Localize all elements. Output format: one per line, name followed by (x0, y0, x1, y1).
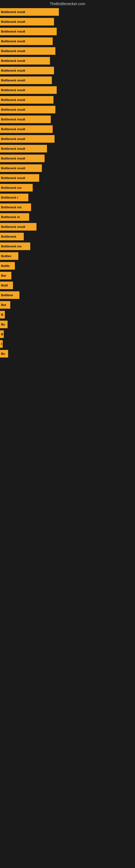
bottleneck-result-bar[interactable]: Bottleneck res (0, 184, 33, 191)
bar-container: Bot (0, 301, 135, 309)
bar-container: Bottleneck result (0, 18, 135, 26)
bottleneck-result-bar[interactable]: Bottleneck result (0, 174, 39, 182)
bar-container: B (0, 311, 135, 318)
bottleneck-result-bar[interactable]: Bottleneck result (0, 164, 42, 172)
bar-row: Bot (0, 271, 135, 280)
bottleneck-result-bar[interactable]: Bottlene (0, 291, 19, 299)
bottleneck-result-bar[interactable]: Bottleneck result (0, 47, 55, 55)
bottleneck-result-bar[interactable]: Bottleneck result (0, 8, 59, 16)
bar-row: Bottleneck result (0, 36, 135, 46)
bar-container: Bottleneck r (0, 194, 135, 201)
bottleneck-result-bar[interactable]: Bottleneck result (0, 37, 53, 45)
bar-row: Bottleneck res (0, 183, 135, 193)
bar-container: Bottleneck result (0, 28, 135, 35)
bottleneck-result-bar[interactable]: Bottleneck result (0, 155, 45, 162)
bar-row: Bottleneck result (0, 66, 135, 75)
bar-container: Bottleneck result (0, 174, 135, 182)
bar-container: Bottleneck (0, 233, 135, 240)
bottleneck-result-bar[interactable]: Bottleneck result (0, 57, 50, 65)
bottleneck-result-bar[interactable]: Bottleneck result (0, 96, 53, 104)
bar-container: I (0, 340, 135, 348)
bottleneck-result-bar[interactable]: Bottleneck res (0, 204, 31, 211)
bar-row: Bottleneck result (0, 105, 135, 115)
bottleneck-result-bar[interactable]: Bottl (0, 282, 13, 289)
bar-container: Bottleneck re (0, 213, 135, 221)
bottleneck-result-bar[interactable]: Bottleneck r (0, 194, 28, 201)
bar-container: Bottleneck result (0, 164, 135, 172)
bar-row: Bottleneck result (0, 46, 135, 56)
bottleneck-result-bar[interactable]: Bottleneck result (0, 67, 54, 74)
bar-container: Bottleneck result (0, 57, 135, 65)
bar-container: Bottleneck result (0, 145, 135, 152)
bottleneck-result-bar[interactable]: Bottleneck result (0, 106, 55, 113)
bar-row: Bottleneck result (0, 222, 135, 231)
bar-container: Bottleneck result (0, 106, 135, 113)
bottleneck-result-bar[interactable]: Bo (0, 350, 8, 358)
bar-container: Bottleneck result (0, 8, 135, 16)
bar-container: Bottleneck result (0, 47, 135, 55)
bar-container: Bottl (0, 282, 135, 289)
bar-row: Bottleneck result (0, 7, 135, 17)
bottleneck-result-bar[interactable]: B (0, 311, 5, 318)
bar-row: Bottleneck result (0, 85, 135, 95)
bottleneck-result-bar[interactable]: Bottleneck result (0, 86, 57, 94)
bottleneck-result-bar[interactable]: Bottleneck result (0, 18, 54, 26)
bottleneck-result-bar[interactable]: Bottleneck res (0, 243, 30, 250)
bar-container: Bottlen (0, 252, 135, 260)
bar-row: Bottleneck result (0, 27, 135, 36)
bar-row: Bottleneck result (0, 124, 135, 134)
bar-row: Bottleneck res (0, 241, 135, 251)
bottleneck-result-bar[interactable]: Bo (0, 321, 8, 328)
bar-container: Bottlene (0, 291, 135, 299)
bar-container: Bot (0, 272, 135, 279)
bar-row: Bottleneck result (0, 163, 135, 173)
bottleneck-result-bar[interactable]: Bottleneck result (0, 28, 57, 35)
bottleneck-result-bar[interactable]: Bottleneck result (0, 135, 54, 143)
bar-row: Bottleneck re (0, 212, 135, 222)
bottleneck-result-bar[interactable]: Bottleneck result (0, 76, 52, 84)
bottleneck-result-bar[interactable]: Bottlen (0, 252, 18, 260)
bar-row: Bottleneck res (0, 203, 135, 212)
bar-row: Bot (0, 300, 135, 310)
bar-row: Bottleneck result (0, 115, 135, 124)
bar-row: Bottleneck result (0, 173, 135, 183)
bar-row: B (0, 329, 135, 339)
bottleneck-result-bar[interactable]: Bottleneck result (0, 125, 53, 133)
bar-container: Bottleneck result (0, 155, 135, 162)
bar-row: Bottleneck result (0, 154, 135, 163)
bottleneck-result-bar[interactable]: Bottle (0, 262, 15, 270)
bottleneck-result-bar[interactable]: I (0, 340, 3, 348)
bar-row: Bottleneck result (0, 144, 135, 154)
bottleneck-result-bar[interactable]: Bottleneck re (0, 213, 29, 221)
bottleneck-result-bar[interactable]: Bottleneck result (0, 145, 47, 152)
bottleneck-result-bar[interactable]: B (0, 330, 4, 338)
site-title: TheBottlenecker.com (0, 0, 135, 7)
bar-row: Bottleneck (0, 231, 135, 241)
bar-row: Bo (0, 319, 135, 329)
bar-row: Bottleneck result (0, 17, 135, 27)
bar-container: Bottleneck result (0, 76, 135, 84)
bar-container: Bottle (0, 262, 135, 270)
bar-row: Bottleneck r (0, 193, 135, 203)
bottleneck-result-bar[interactable]: Bottleneck result (0, 223, 37, 230)
bar-container: B (0, 330, 135, 338)
bar-container: Bottleneck res (0, 204, 135, 211)
header: TheBottlenecker.com (0, 0, 135, 7)
bar-container: Bottleneck result (0, 86, 135, 94)
bar-row: Bottlene (0, 290, 135, 300)
bar-container: Bo (0, 321, 135, 328)
bottleneck-result-bar[interactable]: Bot (0, 272, 11, 279)
bar-container: Bottleneck result (0, 116, 135, 123)
bar-row: Bottleneck result (0, 56, 135, 66)
bottleneck-result-bar[interactable]: Bottleneck result (0, 116, 51, 123)
bar-container: Bottleneck result (0, 125, 135, 133)
bar-row: Bottleneck result (0, 134, 135, 144)
bar-row: Bottlen (0, 251, 135, 261)
bar-container: Bottleneck result (0, 135, 135, 143)
bar-row: Bottleneck result (0, 75, 135, 85)
bar-container: Bottleneck result (0, 96, 135, 104)
bar-row: Bottle (0, 261, 135, 271)
bar-row: Bottleneck result (0, 95, 135, 105)
bottleneck-result-bar[interactable]: Bot (0, 301, 10, 309)
bottleneck-result-bar[interactable]: Bottleneck (0, 233, 24, 240)
